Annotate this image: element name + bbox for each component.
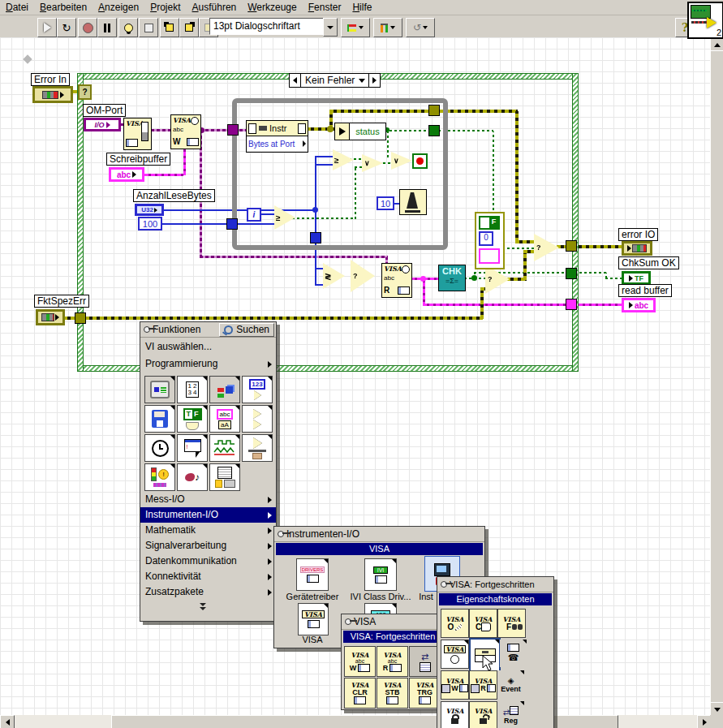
status-element[interactable]: status [349, 123, 386, 140]
case-selector-label[interactable]: Kein Fehler [301, 75, 359, 86]
case-selector[interactable]: Kein Fehler [289, 73, 381, 88]
error-wire[interactable] [575, 245, 622, 248]
category-konnektivitaet[interactable]: Konnektivität [140, 569, 276, 584]
visa-read-node[interactable]: VISA abc R [381, 263, 412, 298]
visa-write-icon[interactable]: VISAabcW [344, 646, 376, 677]
event-subpalette-icon[interactable]: ◈Event [497, 670, 524, 698]
category-zusatzpakete[interactable]: Zusatzpakete [140, 584, 276, 600]
report-generation-icon[interactable] [209, 463, 240, 491]
fktspezerr-terminal[interactable] [36, 309, 65, 325]
error-in-terminal[interactable] [32, 86, 73, 103]
distribute-objects-button[interactable] [373, 18, 402, 37]
string-wire[interactable] [423, 279, 425, 306]
chevron-down-icon[interactable] [359, 79, 365, 83]
menu-projekt[interactable]: Projekt [144, 1, 186, 14]
numeric-constant-100[interactable]: 100 [138, 217, 162, 230]
scroll-left-button[interactable] [0, 715, 15, 728]
case-tunnel-boolean[interactable] [566, 268, 577, 279]
loop-tunnel-numeric[interactable] [226, 218, 238, 230]
visa-property-node[interactable]: Instr Bytes at Port [246, 120, 308, 153]
chksum-ok-terminal[interactable]: TF [622, 271, 651, 285]
case-tunnel-error[interactable] [566, 240, 577, 252]
visa-open-icon[interactable]: VISAO [441, 609, 469, 638]
eigenschaftsknoten-category-bar[interactable]: Eigenschaftsknoten [439, 593, 552, 605]
visa-flush-buffer-node[interactable]: VISA [123, 118, 152, 150]
window-type-icon[interactable]: 2 [687, 2, 723, 39]
run-button[interactable] [37, 18, 57, 37]
property-bytes-at-port[interactable]: Bytes at Port [248, 140, 295, 149]
menu-ausfuehren[interactable]: Ausführen [187, 1, 243, 14]
run-continuous-button[interactable]: ↻ [57, 18, 76, 37]
fortgeschritten-palette-header[interactable]: VISA: Fortgeschritten [437, 577, 553, 592]
pushpin-icon[interactable] [441, 581, 447, 588]
registry-subpalette-icon[interactable]: ⇄Reg [497, 701, 524, 728]
schreibpuffer-terminal[interactable]: abc [109, 167, 144, 182]
pushpin-icon[interactable] [144, 326, 150, 333]
menu-datei[interactable]: Datei [0, 1, 34, 14]
loop-condition-terminal[interactable] [412, 153, 428, 169]
category-datenkommunikation[interactable]: Datenkommunikation [140, 554, 276, 569]
cluster-class-variant-icon[interactable] [209, 376, 240, 403]
visa-category-bar[interactable]: VISA [276, 543, 483, 555]
numeric-constant-10[interactable]: 10 [377, 196, 394, 210]
loop-tunnel-numeric[interactable] [310, 232, 321, 243]
abort-button[interactable] [78, 18, 97, 37]
loop-tunnel-error[interactable] [428, 105, 440, 116]
visa-palette-header[interactable]: VISA [342, 614, 444, 630]
menu-bearbeiten[interactable]: Bearbeiten [34, 1, 93, 14]
read-buffer-terminal[interactable]: abc [622, 298, 656, 312]
category-instrumenten-io[interactable]: Instrumenten-I/O [140, 507, 276, 523]
visa-clear-icon[interactable]: VISACLR [344, 678, 376, 709]
category-mathematik[interactable]: Mathematik [140, 523, 276, 538]
numeric-constant-0[interactable]: 0 [479, 231, 493, 246]
error-wire[interactable] [515, 111, 519, 242]
iteration-terminal[interactable]: i [247, 208, 261, 222]
loop-tunnel-visa[interactable] [227, 124, 239, 136]
pushpin-icon[interactable] [278, 531, 284, 537]
boolean-icon[interactable]: TF [177, 405, 208, 433]
visa-set-timeout-icon[interactable]: VISA [441, 640, 469, 669]
error-wire[interactable] [515, 240, 536, 243]
programmierung-item[interactable]: Programmierung [140, 356, 276, 372]
visa-write-node[interactable]: VISA abc W [170, 114, 201, 149]
comparison-icon[interactable] [242, 405, 273, 433]
case-tunnel-string[interactable] [566, 299, 577, 310]
menu-hilfe[interactable]: Hilfe [346, 1, 377, 14]
visa-wire[interactable] [151, 129, 170, 131]
case-structure-border-right[interactable] [572, 73, 579, 372]
structures-icon[interactable] [144, 376, 175, 403]
case-next-button[interactable] [368, 74, 380, 87]
boolean-wire[interactable] [575, 272, 607, 274]
unbundle-error-status-node[interactable] [334, 123, 350, 140]
case-tunnel-error[interactable] [75, 312, 86, 324]
font-selector[interactable]: 13pt Dialogschriftart [209, 18, 328, 35]
select-vi-item[interactable]: VI auswählen... [140, 339, 276, 355]
visa-subpalette-icon[interactable]: VISA [298, 603, 329, 635]
graphics-sound-icon[interactable]: ♪ [177, 463, 208, 491]
step-over-button[interactable] [179, 18, 199, 37]
visa-unlock-icon[interactable]: VISA [469, 701, 497, 728]
anzahl-terminal[interactable]: U32 [135, 204, 164, 216]
error-wire[interactable] [480, 289, 484, 319]
vertical-scrollbar-thumb[interactable] [710, 50, 723, 704]
align-objects-button[interactable] [341, 18, 370, 37]
error-cluster-constant[interactable]: F 0 [475, 212, 505, 269]
visa-read-stb-icon[interactable]: VISASTB [377, 678, 408, 709]
instrumenten-palette-header[interactable]: Instrumenten-I/O [274, 527, 484, 542]
pushpin-icon[interactable] [345, 618, 351, 625]
font-selector-dropdown-button[interactable] [323, 18, 338, 37]
string-wire[interactable] [144, 174, 183, 176]
application-control-icon[interactable] [242, 434, 273, 462]
file-io-icon[interactable] [144, 405, 175, 433]
case-structure-border-left[interactable] [77, 73, 84, 372]
error-io-terminal[interactable] [622, 241, 652, 256]
wait-ms-node[interactable] [399, 189, 427, 215]
visa-close-icon[interactable]: VISAC [469, 609, 497, 638]
visa-wire[interactable] [200, 256, 388, 258]
coercion-dot[interactable]: ? [78, 84, 92, 100]
pause-button[interactable] [97, 18, 117, 37]
clean-up-diagram-button[interactable]: ↺ [406, 18, 435, 37]
visa-find-resource-icon[interactable]: VISAF [497, 609, 526, 638]
synchronization-icon[interactable]: ! [144, 463, 175, 491]
empty-string-constant[interactable] [479, 248, 500, 264]
